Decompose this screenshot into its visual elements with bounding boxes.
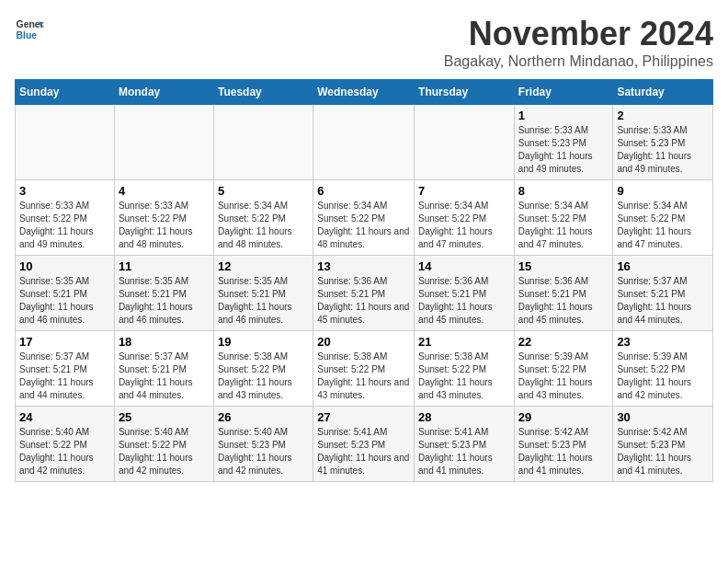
weekday-header-row: SundayMondayTuesdayWednesdayThursdayFrid…: [16, 80, 713, 105]
calendar-cell: 29Sunrise: 5:42 AM Sunset: 5:23 PM Dayli…: [514, 407, 613, 482]
day-info: Sunrise: 5:39 AM Sunset: 5:22 PM Dayligh…: [617, 350, 709, 402]
title-area: November 2024 Bagakay, Northern Mindanao…: [444, 15, 713, 70]
day-number: 26: [218, 410, 309, 424]
calendar-cell: 12Sunrise: 5:35 AM Sunset: 5:21 PM Dayli…: [213, 256, 313, 331]
calendar-cell: 2Sunrise: 5:33 AM Sunset: 5:23 PM Daylig…: [613, 105, 713, 180]
day-number: 8: [518, 184, 609, 198]
calendar-cell: 5Sunrise: 5:34 AM Sunset: 5:22 PM Daylig…: [213, 180, 313, 256]
day-info: Sunrise: 5:38 AM Sunset: 5:22 PM Dayligh…: [218, 350, 309, 402]
weekday-header-sunday: Sunday: [16, 80, 115, 105]
weekday-header-saturday: Saturday: [613, 80, 713, 105]
day-number: 17: [19, 335, 110, 349]
day-info: Sunrise: 5:35 AM Sunset: 5:21 PM Dayligh…: [119, 275, 210, 327]
day-info: Sunrise: 5:36 AM Sunset: 5:21 PM Dayligh…: [317, 275, 410, 327]
weekday-header-monday: Monday: [114, 80, 213, 105]
calendar-cell: 9Sunrise: 5:34 AM Sunset: 5:22 PM Daylig…: [613, 180, 713, 256]
day-info: Sunrise: 5:37 AM Sunset: 5:21 PM Dayligh…: [119, 350, 210, 402]
calendar-cell: 28Sunrise: 5:41 AM Sunset: 5:23 PM Dayli…: [415, 407, 515, 482]
day-number: 30: [617, 410, 709, 424]
week-row-4: 17Sunrise: 5:37 AM Sunset: 5:21 PM Dayli…: [16, 331, 713, 407]
day-number: 6: [317, 184, 410, 198]
day-number: 12: [218, 259, 309, 273]
day-info: Sunrise: 5:38 AM Sunset: 5:22 PM Dayligh…: [317, 350, 410, 402]
month-title: November 2024: [444, 15, 713, 53]
day-info: Sunrise: 5:42 AM Sunset: 5:23 PM Dayligh…: [518, 426, 609, 477]
day-info: Sunrise: 5:33 AM Sunset: 5:23 PM Dayligh…: [518, 124, 609, 176]
calendar-cell: 15Sunrise: 5:36 AM Sunset: 5:21 PM Dayli…: [514, 256, 613, 331]
day-number: 15: [518, 259, 609, 273]
calendar-cell: 20Sunrise: 5:38 AM Sunset: 5:22 PM Dayli…: [313, 331, 415, 407]
calendar-cell: 3Sunrise: 5:33 AM Sunset: 5:22 PM Daylig…: [16, 180, 115, 256]
calendar-cell: 22Sunrise: 5:39 AM Sunset: 5:22 PM Dayli…: [514, 331, 613, 407]
calendar-cell: 26Sunrise: 5:40 AM Sunset: 5:23 PM Dayli…: [213, 407, 313, 482]
week-row-1: 1Sunrise: 5:33 AM Sunset: 5:23 PM Daylig…: [16, 105, 713, 180]
day-info: Sunrise: 5:34 AM Sunset: 5:22 PM Dayligh…: [518, 200, 609, 251]
calendar-cell: 25Sunrise: 5:40 AM Sunset: 5:22 PM Dayli…: [114, 407, 213, 482]
day-number: 24: [19, 410, 110, 424]
week-row-5: 24Sunrise: 5:40 AM Sunset: 5:22 PM Dayli…: [16, 407, 713, 482]
calendar-cell: [16, 105, 115, 180]
day-info: Sunrise: 5:36 AM Sunset: 5:21 PM Dayligh…: [418, 275, 510, 327]
day-info: Sunrise: 5:40 AM Sunset: 5:23 PM Dayligh…: [218, 426, 309, 477]
day-info: Sunrise: 5:33 AM Sunset: 5:23 PM Dayligh…: [617, 124, 709, 176]
calendar-cell: 1Sunrise: 5:33 AM Sunset: 5:23 PM Daylig…: [514, 105, 613, 180]
calendar-cell: [213, 105, 313, 180]
day-number: 7: [418, 184, 510, 198]
location-title: Bagakay, Northern Mindanao, Philippines: [444, 53, 713, 70]
day-info: Sunrise: 5:41 AM Sunset: 5:23 PM Dayligh…: [317, 426, 410, 477]
day-number: 23: [617, 335, 709, 349]
calendar-cell: 10Sunrise: 5:35 AM Sunset: 5:21 PM Dayli…: [16, 256, 115, 331]
calendar-cell: 14Sunrise: 5:36 AM Sunset: 5:21 PM Dayli…: [415, 256, 515, 331]
calendar-cell: 17Sunrise: 5:37 AM Sunset: 5:21 PM Dayli…: [16, 331, 115, 407]
calendar-cell: 13Sunrise: 5:36 AM Sunset: 5:21 PM Dayli…: [313, 256, 415, 331]
day-number: 21: [418, 335, 510, 349]
day-number: 10: [19, 259, 110, 273]
calendar-cell: 6Sunrise: 5:34 AM Sunset: 5:22 PM Daylig…: [313, 180, 415, 256]
day-number: 27: [317, 410, 410, 424]
calendar-cell: 11Sunrise: 5:35 AM Sunset: 5:21 PM Dayli…: [114, 256, 213, 331]
calendar-cell: 8Sunrise: 5:34 AM Sunset: 5:22 PM Daylig…: [514, 180, 613, 256]
day-number: 20: [317, 335, 410, 349]
week-row-3: 10Sunrise: 5:35 AM Sunset: 5:21 PM Dayli…: [16, 256, 713, 331]
day-info: Sunrise: 5:41 AM Sunset: 5:23 PM Dayligh…: [418, 426, 510, 477]
calendar-table: SundayMondayTuesdayWednesdayThursdayFrid…: [15, 79, 713, 482]
day-info: Sunrise: 5:37 AM Sunset: 5:21 PM Dayligh…: [617, 275, 709, 327]
day-number: 5: [218, 184, 309, 198]
day-info: Sunrise: 5:37 AM Sunset: 5:21 PM Dayligh…: [19, 350, 110, 402]
calendar-cell: 27Sunrise: 5:41 AM Sunset: 5:23 PM Dayli…: [313, 407, 415, 482]
calendar-cell: 4Sunrise: 5:33 AM Sunset: 5:22 PM Daylig…: [114, 180, 213, 256]
calendar-cell: 21Sunrise: 5:38 AM Sunset: 5:22 PM Dayli…: [415, 331, 515, 407]
weekday-header-wednesday: Wednesday: [313, 80, 415, 105]
day-info: Sunrise: 5:42 AM Sunset: 5:23 PM Dayligh…: [617, 426, 709, 477]
day-info: Sunrise: 5:40 AM Sunset: 5:22 PM Dayligh…: [119, 426, 210, 477]
day-info: Sunrise: 5:34 AM Sunset: 5:22 PM Dayligh…: [418, 200, 510, 251]
calendar-cell: 18Sunrise: 5:37 AM Sunset: 5:21 PM Dayli…: [114, 331, 213, 407]
day-info: Sunrise: 5:34 AM Sunset: 5:22 PM Dayligh…: [317, 200, 410, 251]
day-number: 22: [518, 335, 609, 349]
day-info: Sunrise: 5:33 AM Sunset: 5:22 PM Dayligh…: [19, 200, 110, 251]
svg-text:Blue: Blue: [17, 30, 38, 40]
day-info: Sunrise: 5:35 AM Sunset: 5:21 PM Dayligh…: [19, 275, 110, 327]
calendar-cell: 23Sunrise: 5:39 AM Sunset: 5:22 PM Dayli…: [613, 331, 713, 407]
calendar-cell: [415, 105, 515, 180]
day-number: 19: [218, 335, 309, 349]
calendar-cell: [114, 105, 213, 180]
day-number: 28: [418, 410, 510, 424]
day-info: Sunrise: 5:33 AM Sunset: 5:22 PM Dayligh…: [119, 200, 210, 251]
day-number: 16: [617, 259, 709, 273]
weekday-header-tuesday: Tuesday: [213, 80, 313, 105]
day-number: 9: [617, 184, 709, 198]
day-info: Sunrise: 5:40 AM Sunset: 5:22 PM Dayligh…: [19, 426, 110, 477]
calendar-cell: 19Sunrise: 5:38 AM Sunset: 5:22 PM Dayli…: [213, 331, 313, 407]
day-number: 25: [119, 410, 210, 424]
logo: General Blue: [15, 15, 44, 44]
calendar-cell: 24Sunrise: 5:40 AM Sunset: 5:22 PM Dayli…: [16, 407, 115, 482]
week-row-2: 3Sunrise: 5:33 AM Sunset: 5:22 PM Daylig…: [16, 180, 713, 256]
day-info: Sunrise: 5:39 AM Sunset: 5:22 PM Dayligh…: [518, 350, 609, 402]
day-number: 18: [119, 335, 210, 349]
day-number: 1: [518, 109, 609, 122]
day-number: 29: [518, 410, 609, 424]
day-info: Sunrise: 5:38 AM Sunset: 5:22 PM Dayligh…: [418, 350, 510, 402]
day-number: 2: [617, 109, 709, 122]
calendar-cell: 16Sunrise: 5:37 AM Sunset: 5:21 PM Dayli…: [613, 256, 713, 331]
